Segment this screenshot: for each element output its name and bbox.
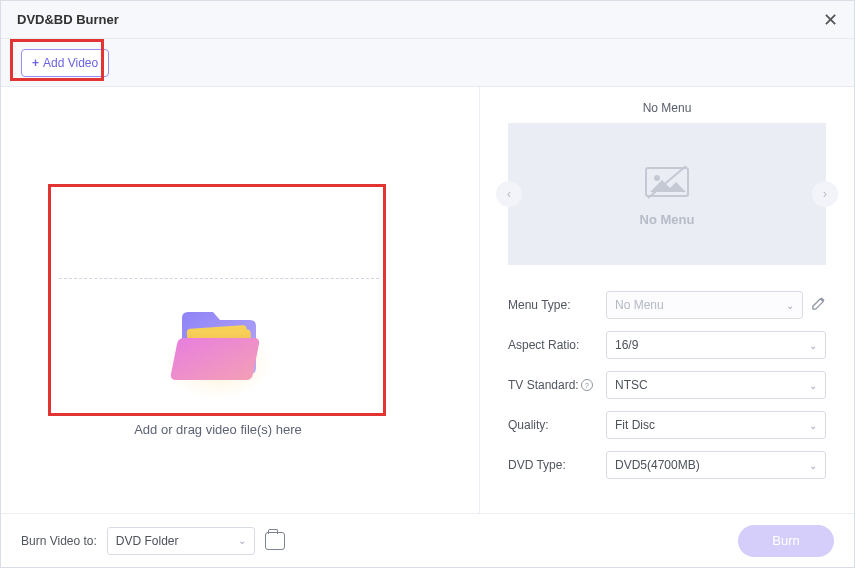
row-dvd-type: DVD Type: DVD5(4700MB) ⌄ xyxy=(508,451,826,479)
label-menu-type: Menu Type: xyxy=(508,298,606,312)
select-dvd-type-value: DVD5(4700MB) xyxy=(615,458,700,472)
folder-illustration-icon xyxy=(158,292,278,402)
image-placeholder-icon xyxy=(642,162,692,202)
chevron-down-icon: ⌄ xyxy=(238,535,246,546)
burn-to-label: Burn Video to: xyxy=(21,534,97,548)
open-folder-icon[interactable] xyxy=(265,532,285,550)
titlebar: DVD&BD Burner ✕ xyxy=(1,1,854,39)
content-area: Add or drag video file(s) here No Menu ‹… xyxy=(1,87,854,513)
select-aspect-ratio-value: 16/9 xyxy=(615,338,638,352)
menu-preview: ‹ No Menu › xyxy=(508,123,826,265)
select-burn-target-value: DVD Folder xyxy=(116,534,179,548)
chevron-left-icon: ‹ xyxy=(507,187,511,201)
row-tv-standard: TV Standard: ? NTSC ⌄ xyxy=(508,371,826,399)
preview-placeholder-text: No Menu xyxy=(640,212,695,227)
select-tv-standard[interactable]: NTSC ⌄ xyxy=(606,371,826,399)
label-tv-standard: TV Standard: ? xyxy=(508,378,606,392)
label-aspect-ratio: Aspect Ratio: xyxy=(508,338,606,352)
edit-menu-icon[interactable] xyxy=(811,296,826,314)
chevron-down-icon: ⌄ xyxy=(786,300,794,311)
drop-dashed-line xyxy=(59,278,379,280)
footer: Burn Video to: DVD Folder ⌄ Burn xyxy=(1,513,854,567)
add-video-label: Add Video xyxy=(43,56,98,70)
chevron-down-icon: ⌄ xyxy=(809,420,817,431)
select-aspect-ratio[interactable]: 16/9 ⌄ xyxy=(606,331,826,359)
footer-left: Burn Video to: DVD Folder ⌄ xyxy=(21,527,285,555)
chevron-down-icon: ⌄ xyxy=(809,460,817,471)
preview-title: No Menu xyxy=(508,101,826,115)
burn-button[interactable]: Burn xyxy=(738,525,834,557)
row-menu-type: Menu Type: No Menu ⌄ xyxy=(508,291,826,319)
drop-label: Add or drag video file(s) here xyxy=(49,422,387,437)
preview-prev-button[interactable]: ‹ xyxy=(496,181,522,207)
select-burn-target[interactable]: DVD Folder ⌄ xyxy=(107,527,255,555)
select-quality[interactable]: Fit Disc ⌄ xyxy=(606,411,826,439)
select-dvd-type[interactable]: DVD5(4700MB) ⌄ xyxy=(606,451,826,479)
chevron-right-icon: › xyxy=(823,187,827,201)
preview-next-button[interactable]: › xyxy=(812,181,838,207)
help-icon[interactable]: ? xyxy=(581,379,593,391)
row-quality: Quality: Fit Disc ⌄ xyxy=(508,411,826,439)
select-tv-standard-value: NTSC xyxy=(615,378,648,392)
svg-point-4 xyxy=(654,175,660,181)
label-quality: Quality: xyxy=(508,418,606,432)
row-aspect-ratio: Aspect Ratio: 16/9 ⌄ xyxy=(508,331,826,359)
right-panel: No Menu ‹ No Menu › Menu Type: xyxy=(480,87,854,513)
app-window: DVD&BD Burner ✕ + Add Video xyxy=(0,0,855,568)
chevron-down-icon: ⌄ xyxy=(809,380,817,391)
window-title: DVD&BD Burner xyxy=(17,12,119,27)
plus-icon: + xyxy=(32,56,39,70)
select-menu-type-value: No Menu xyxy=(615,298,664,312)
select-quality-value: Fit Disc xyxy=(615,418,655,432)
left-panel: Add or drag video file(s) here xyxy=(1,87,480,513)
select-menu-type[interactable]: No Menu ⌄ xyxy=(606,291,803,319)
svg-line-5 xyxy=(648,166,686,198)
drop-zone[interactable]: Add or drag video file(s) here xyxy=(49,292,387,437)
close-icon[interactable]: ✕ xyxy=(823,11,838,29)
chevron-down-icon: ⌄ xyxy=(809,340,817,351)
label-dvd-type: DVD Type: xyxy=(508,458,606,472)
toolbar: + Add Video xyxy=(1,39,854,87)
add-video-button[interactable]: + Add Video xyxy=(21,49,109,77)
